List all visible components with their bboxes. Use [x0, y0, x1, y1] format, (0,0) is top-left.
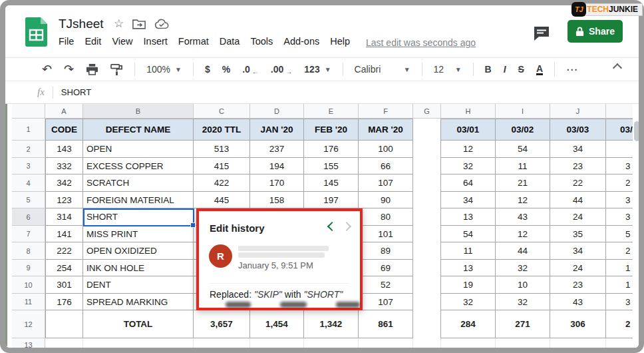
zoom-select[interactable]: 100%▼: [146, 64, 182, 75]
menu-view[interactable]: View: [112, 36, 132, 47]
cell-J1[interactable]: 03/03: [550, 119, 606, 141]
menu-data[interactable]: Data: [220, 36, 240, 47]
cell-B3[interactable]: EXCESS COPPER: [83, 158, 194, 175]
column-header-I[interactable]: I: [496, 104, 550, 119]
menu-format[interactable]: Format: [178, 36, 209, 47]
menu-add-ons[interactable]: Add-ons: [283, 36, 319, 47]
cell-C5[interactable]: 445: [194, 192, 250, 208]
print-icon[interactable]: [86, 63, 98, 75]
column-header-A[interactable]: A: [45, 104, 83, 119]
cell-A2[interactable]: 143: [45, 141, 83, 158]
cell-I6[interactable]: 43: [496, 208, 550, 226]
cell-G1[interactable]: [413, 119, 441, 141]
menu-insert[interactable]: Insert: [144, 36, 168, 47]
cell-H6[interactable]: 13: [441, 208, 496, 226]
row-header-12[interactable]: 12: [12, 310, 45, 338]
cell-H4[interactable]: 64: [441, 175, 496, 192]
cell-A5[interactable]: 123: [45, 192, 83, 208]
cell-G9[interactable]: [413, 260, 441, 276]
menu-help[interactable]: Help: [330, 36, 350, 47]
cell-G8[interactable]: [413, 242, 441, 260]
row-header-10[interactable]: 10: [12, 276, 45, 294]
cell-J7[interactable]: 35: [550, 226, 606, 242]
cell-C12[interactable]: 3,657: [194, 310, 250, 338]
cell-E12[interactable]: 1,342: [304, 310, 359, 338]
cell-F9[interactable]: 69: [359, 260, 413, 276]
cell-C4[interactable]: 422: [194, 175, 250, 192]
cell-A4[interactable]: 342: [45, 175, 83, 192]
menu-edit[interactable]: Edit: [84, 36, 101, 47]
cell-E5[interactable]: 197: [304, 192, 359, 208]
cell-B12[interactable]: TOTAL: [83, 310, 194, 338]
font-size-select[interactable]: 12▼: [434, 64, 462, 75]
cell-G3[interactable]: [413, 158, 441, 175]
cell-A6[interactable]: 314: [45, 208, 83, 226]
row-header-9[interactable]: 9: [12, 260, 45, 276]
cell-B2[interactable]: OPEN: [83, 141, 194, 158]
column-header-J[interactable]: J: [550, 104, 606, 119]
cell-I5[interactable]: 12: [496, 192, 550, 208]
cell-G10[interactable]: [413, 276, 441, 294]
cell-C13[interactable]: [194, 338, 250, 351]
menu-file[interactable]: File: [59, 36, 74, 47]
cell-J9[interactable]: 24: [550, 260, 606, 276]
vertical-scrollbar[interactable]: [634, 121, 640, 141]
cell-F8[interactable]: 89: [359, 242, 413, 260]
row-header-7[interactable]: 7: [12, 226, 45, 242]
cell-E13[interactable]: [304, 338, 359, 351]
cell-H7[interactable]: 54: [441, 226, 496, 242]
column-header-B[interactable]: B: [83, 104, 194, 119]
cell-H3[interactable]: 32: [441, 158, 496, 175]
cell-I1[interactable]: 03/02: [496, 119, 550, 141]
cell-F10[interactable]: 52: [359, 276, 413, 294]
cell-I3[interactable]: 11: [496, 158, 550, 175]
row-header-5[interactable]: 5: [12, 192, 45, 208]
cell-F5[interactable]: 90: [359, 192, 413, 208]
cell-F6[interactable]: 80: [359, 208, 413, 226]
cell-F12[interactable]: 861: [359, 310, 413, 338]
comment-icon[interactable]: [533, 25, 550, 41]
cell-B7[interactable]: MISS PRINT: [83, 226, 194, 242]
cell-D2[interactable]: 237: [250, 141, 304, 158]
cell-G13[interactable]: [413, 338, 441, 351]
column-header-H[interactable]: H: [441, 104, 496, 119]
previous-edit-icon[interactable]: [327, 222, 333, 229]
cell-H11[interactable]: 32: [441, 294, 496, 310]
cell-B13[interactable]: [83, 338, 194, 351]
cell-D1[interactable]: JAN '20: [250, 119, 304, 141]
column-header-D[interactable]: D: [250, 104, 304, 119]
cell-D13[interactable]: [250, 338, 304, 351]
cell-I7[interactable]: 12: [496, 226, 550, 242]
cell-J12[interactable]: 306: [550, 310, 606, 338]
row-header-2[interactable]: 2: [12, 141, 45, 158]
percent-format-button[interactable]: %: [222, 64, 230, 75]
cell-A7[interactable]: 141: [45, 226, 83, 242]
cell-F4[interactable]: 107: [359, 175, 413, 192]
cell-E4[interactable]: 145: [304, 175, 359, 192]
cell-A1[interactable]: CODE: [45, 119, 83, 141]
cell-I4[interactable]: 21: [496, 175, 550, 192]
menu-tools[interactable]: Tools: [250, 36, 273, 47]
cell-G7[interactable]: [413, 226, 441, 242]
redo-icon[interactable]: ↷: [64, 62, 74, 77]
row-header-13[interactable]: 13: [12, 338, 45, 351]
move-folder-icon[interactable]: [132, 19, 146, 30]
cell-H5[interactable]: 34: [441, 192, 496, 208]
cell-I8[interactable]: 44: [496, 242, 550, 260]
cell-B9[interactable]: INK ON HOLE: [83, 260, 194, 276]
cell-I12[interactable]: 271: [496, 310, 550, 338]
cell-G6[interactable]: [413, 208, 441, 226]
cell-J3[interactable]: 23: [550, 158, 606, 175]
cell-E3[interactable]: 155: [304, 158, 359, 175]
cell-G12[interactable]: [413, 310, 441, 338]
cell-F13[interactable]: [359, 338, 413, 351]
undo-icon[interactable]: ↶: [42, 62, 52, 77]
cell-F11[interactable]: 107: [359, 294, 413, 310]
cell-J11[interactable]: 43: [550, 294, 606, 310]
row-header-11[interactable]: 11: [12, 294, 45, 310]
share-button[interactable]: Share: [567, 20, 623, 43]
cell-I9[interactable]: 32: [496, 260, 550, 276]
cell-I11[interactable]: 32: [496, 294, 550, 310]
cell-A8[interactable]: 222: [45, 242, 83, 260]
cell-J5[interactable]: 44: [550, 192, 606, 208]
